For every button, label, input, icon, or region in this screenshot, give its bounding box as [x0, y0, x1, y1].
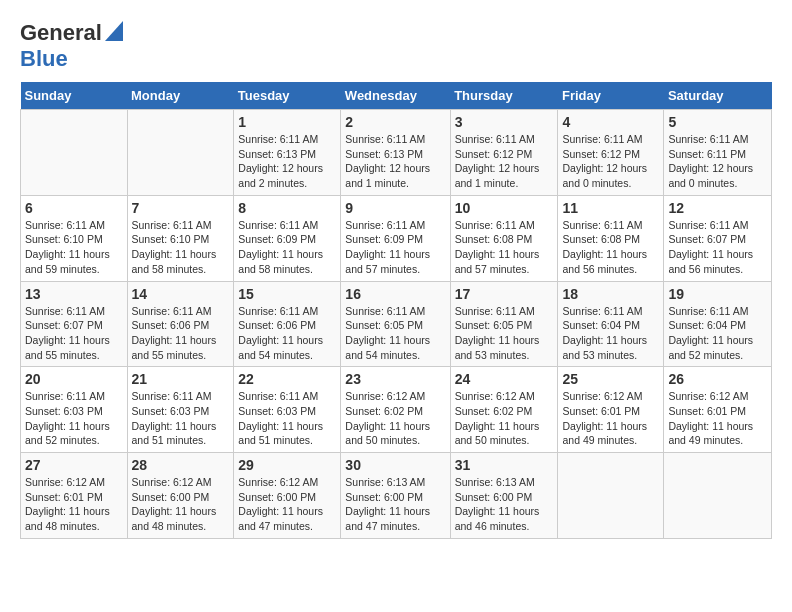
logo-arrow-icon	[105, 21, 123, 45]
calendar-cell: 4Sunrise: 6:11 AM Sunset: 6:12 PM Daylig…	[558, 110, 664, 196]
day-number: 9	[345, 200, 445, 216]
day-number: 1	[238, 114, 336, 130]
week-row-2: 6Sunrise: 6:11 AM Sunset: 6:10 PM Daylig…	[21, 195, 772, 281]
calendar-cell	[127, 110, 234, 196]
day-info: Sunrise: 6:12 AM Sunset: 6:00 PM Dayligh…	[238, 475, 336, 534]
day-info: Sunrise: 6:11 AM Sunset: 6:11 PM Dayligh…	[668, 132, 767, 191]
day-info: Sunrise: 6:11 AM Sunset: 6:03 PM Dayligh…	[238, 389, 336, 448]
day-number: 10	[455, 200, 554, 216]
calendar-table: SundayMondayTuesdayWednesdayThursdayFrid…	[20, 82, 772, 539]
day-number: 22	[238, 371, 336, 387]
calendar-cell: 26Sunrise: 6:12 AM Sunset: 6:01 PM Dayli…	[664, 367, 772, 453]
calendar-cell: 23Sunrise: 6:12 AM Sunset: 6:02 PM Dayli…	[341, 367, 450, 453]
calendar-cell	[664, 453, 772, 539]
calendar-cell: 3Sunrise: 6:11 AM Sunset: 6:12 PM Daylig…	[450, 110, 558, 196]
day-number: 24	[455, 371, 554, 387]
day-number: 20	[25, 371, 123, 387]
day-info: Sunrise: 6:12 AM Sunset: 6:01 PM Dayligh…	[562, 389, 659, 448]
calendar-cell: 19Sunrise: 6:11 AM Sunset: 6:04 PM Dayli…	[664, 281, 772, 367]
calendar-cell: 27Sunrise: 6:12 AM Sunset: 6:01 PM Dayli…	[21, 453, 128, 539]
calendar-cell: 14Sunrise: 6:11 AM Sunset: 6:06 PM Dayli…	[127, 281, 234, 367]
calendar-cell: 9Sunrise: 6:11 AM Sunset: 6:09 PM Daylig…	[341, 195, 450, 281]
day-number: 2	[345, 114, 445, 130]
week-row-1: 1Sunrise: 6:11 AM Sunset: 6:13 PM Daylig…	[21, 110, 772, 196]
calendar-cell: 13Sunrise: 6:11 AM Sunset: 6:07 PM Dayli…	[21, 281, 128, 367]
calendar-cell: 8Sunrise: 6:11 AM Sunset: 6:09 PM Daylig…	[234, 195, 341, 281]
day-number: 7	[132, 200, 230, 216]
day-header-friday: Friday	[558, 82, 664, 110]
day-number: 16	[345, 286, 445, 302]
day-number: 31	[455, 457, 554, 473]
day-info: Sunrise: 6:11 AM Sunset: 6:07 PM Dayligh…	[25, 304, 123, 363]
calendar-cell: 18Sunrise: 6:11 AM Sunset: 6:04 PM Dayli…	[558, 281, 664, 367]
day-number: 23	[345, 371, 445, 387]
day-info: Sunrise: 6:11 AM Sunset: 6:13 PM Dayligh…	[238, 132, 336, 191]
day-number: 25	[562, 371, 659, 387]
calendar-cell: 2Sunrise: 6:11 AM Sunset: 6:13 PM Daylig…	[341, 110, 450, 196]
day-info: Sunrise: 6:11 AM Sunset: 6:09 PM Dayligh…	[238, 218, 336, 277]
day-info: Sunrise: 6:11 AM Sunset: 6:06 PM Dayligh…	[132, 304, 230, 363]
calendar-cell: 29Sunrise: 6:12 AM Sunset: 6:00 PM Dayli…	[234, 453, 341, 539]
week-row-5: 27Sunrise: 6:12 AM Sunset: 6:01 PM Dayli…	[21, 453, 772, 539]
calendar-cell: 6Sunrise: 6:11 AM Sunset: 6:10 PM Daylig…	[21, 195, 128, 281]
day-info: Sunrise: 6:11 AM Sunset: 6:08 PM Dayligh…	[455, 218, 554, 277]
header: General Blue	[20, 20, 772, 72]
calendar-cell: 21Sunrise: 6:11 AM Sunset: 6:03 PM Dayli…	[127, 367, 234, 453]
logo-blue: Blue	[20, 46, 68, 71]
day-info: Sunrise: 6:12 AM Sunset: 6:00 PM Dayligh…	[132, 475, 230, 534]
calendar-cell: 7Sunrise: 6:11 AM Sunset: 6:10 PM Daylig…	[127, 195, 234, 281]
calendar-cell: 25Sunrise: 6:12 AM Sunset: 6:01 PM Dayli…	[558, 367, 664, 453]
day-number: 12	[668, 200, 767, 216]
logo: General Blue	[20, 20, 123, 72]
day-number: 5	[668, 114, 767, 130]
day-number: 21	[132, 371, 230, 387]
day-info: Sunrise: 6:11 AM Sunset: 6:06 PM Dayligh…	[238, 304, 336, 363]
day-info: Sunrise: 6:11 AM Sunset: 6:13 PM Dayligh…	[345, 132, 445, 191]
day-info: Sunrise: 6:11 AM Sunset: 6:12 PM Dayligh…	[455, 132, 554, 191]
calendar-cell: 28Sunrise: 6:12 AM Sunset: 6:00 PM Dayli…	[127, 453, 234, 539]
day-info: Sunrise: 6:11 AM Sunset: 6:05 PM Dayligh…	[345, 304, 445, 363]
day-number: 19	[668, 286, 767, 302]
day-info: Sunrise: 6:12 AM Sunset: 6:02 PM Dayligh…	[345, 389, 445, 448]
day-number: 3	[455, 114, 554, 130]
day-info: Sunrise: 6:11 AM Sunset: 6:08 PM Dayligh…	[562, 218, 659, 277]
day-number: 30	[345, 457, 445, 473]
day-number: 18	[562, 286, 659, 302]
day-number: 27	[25, 457, 123, 473]
day-info: Sunrise: 6:12 AM Sunset: 6:02 PM Dayligh…	[455, 389, 554, 448]
day-info: Sunrise: 6:11 AM Sunset: 6:04 PM Dayligh…	[668, 304, 767, 363]
day-number: 11	[562, 200, 659, 216]
calendar-cell: 1Sunrise: 6:11 AM Sunset: 6:13 PM Daylig…	[234, 110, 341, 196]
day-header-sunday: Sunday	[21, 82, 128, 110]
day-number: 15	[238, 286, 336, 302]
logo-general: General	[20, 20, 102, 46]
calendar-cell	[21, 110, 128, 196]
calendar-cell: 16Sunrise: 6:11 AM Sunset: 6:05 PM Dayli…	[341, 281, 450, 367]
day-info: Sunrise: 6:11 AM Sunset: 6:04 PM Dayligh…	[562, 304, 659, 363]
week-row-4: 20Sunrise: 6:11 AM Sunset: 6:03 PM Dayli…	[21, 367, 772, 453]
day-number: 26	[668, 371, 767, 387]
day-info: Sunrise: 6:13 AM Sunset: 6:00 PM Dayligh…	[455, 475, 554, 534]
calendar-cell: 10Sunrise: 6:11 AM Sunset: 6:08 PM Dayli…	[450, 195, 558, 281]
day-info: Sunrise: 6:12 AM Sunset: 6:01 PM Dayligh…	[668, 389, 767, 448]
day-info: Sunrise: 6:11 AM Sunset: 6:03 PM Dayligh…	[132, 389, 230, 448]
calendar-cell: 15Sunrise: 6:11 AM Sunset: 6:06 PM Dayli…	[234, 281, 341, 367]
calendar-cell: 20Sunrise: 6:11 AM Sunset: 6:03 PM Dayli…	[21, 367, 128, 453]
day-info: Sunrise: 6:13 AM Sunset: 6:00 PM Dayligh…	[345, 475, 445, 534]
day-info: Sunrise: 6:11 AM Sunset: 6:07 PM Dayligh…	[668, 218, 767, 277]
day-number: 8	[238, 200, 336, 216]
day-info: Sunrise: 6:11 AM Sunset: 6:10 PM Dayligh…	[25, 218, 123, 277]
calendar-cell: 24Sunrise: 6:12 AM Sunset: 6:02 PM Dayli…	[450, 367, 558, 453]
day-number: 17	[455, 286, 554, 302]
week-row-3: 13Sunrise: 6:11 AM Sunset: 6:07 PM Dayli…	[21, 281, 772, 367]
calendar-cell: 31Sunrise: 6:13 AM Sunset: 6:00 PM Dayli…	[450, 453, 558, 539]
day-number: 14	[132, 286, 230, 302]
day-info: Sunrise: 6:11 AM Sunset: 6:12 PM Dayligh…	[562, 132, 659, 191]
calendar-cell: 11Sunrise: 6:11 AM Sunset: 6:08 PM Dayli…	[558, 195, 664, 281]
day-info: Sunrise: 6:11 AM Sunset: 6:10 PM Dayligh…	[132, 218, 230, 277]
svg-marker-0	[105, 21, 123, 41]
day-info: Sunrise: 6:12 AM Sunset: 6:01 PM Dayligh…	[25, 475, 123, 534]
calendar-cell: 5Sunrise: 6:11 AM Sunset: 6:11 PM Daylig…	[664, 110, 772, 196]
day-number: 13	[25, 286, 123, 302]
day-info: Sunrise: 6:11 AM Sunset: 6:05 PM Dayligh…	[455, 304, 554, 363]
